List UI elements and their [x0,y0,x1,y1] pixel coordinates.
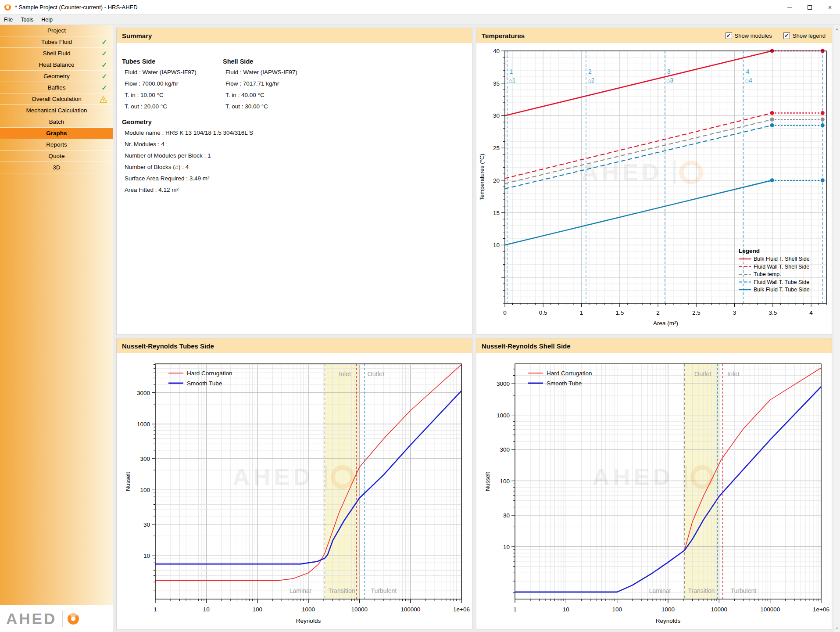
svg-text:20: 20 [493,177,500,184]
svg-text:10: 10 [563,606,569,613]
sidebar-item-tubes-fluid[interactable]: Tubes Fluid✓ [0,36,113,48]
sidebar-item-heat-balance[interactable]: Heat Balance✓ [0,59,113,71]
show-legend-checkbox[interactable]: ✓ Show legend [783,32,826,39]
sidebar-item-label: Geometry [43,73,69,79]
tubes-side-row: Fluid : Water (IAPWS-IF97) [122,67,223,78]
svg-text:15: 15 [493,210,500,216]
svg-text:!: ! [103,98,104,102]
svg-text:1: 1 [513,606,517,613]
svg-text:1e+06: 1e+06 [453,606,470,613]
svg-text:300: 300 [140,456,150,462]
shell-side-rows: Fluid : Water (IAPWS-IF97)Flow : 7017.71… [223,67,297,112]
minimize-icon [787,7,792,7]
svg-text:1: 1 [580,309,583,316]
svg-text:10: 10 [203,606,210,613]
svg-text:⌂2: ⌂2 [587,77,594,84]
warning-icon: ! [100,93,107,105]
main-content: Summary Tubes Side Fluid : Water (IAPWS-… [113,25,840,632]
svg-text:Laminar: Laminar [290,587,312,594]
svg-text:Smooth Tube: Smooth Tube [187,380,222,387]
sidebar-item-label: Tubes Fluid [41,39,72,45]
sidebar-item-label: Baffles [47,84,65,91]
close-icon: × [828,4,832,11]
svg-text:100: 100 [140,487,150,493]
svg-text:Outlet: Outlet [694,370,711,377]
nusselt-shell-panel: Nusselt-Reynolds Shell Side AHEDInletOut… [476,338,832,629]
check-icon: ✓ [101,71,107,82]
svg-text:Temperatures (°C): Temperatures (°C) [479,154,485,200]
sidebar-item-label: Overall Calculation [32,96,81,102]
geometry-row: Nr. Modules : 4 [122,139,472,150]
nusselt-shell-panel-header: Nusselt-Reynolds Shell Side [476,338,832,353]
svg-text:35: 35 [493,80,500,87]
svg-text:1: 1 [509,68,513,75]
sidebar-item-quote[interactable]: Quote [0,151,113,162]
svg-text:10000: 10000 [351,606,368,613]
maximize-button[interactable] [800,0,820,14]
minimize-button[interactable] [779,0,800,14]
sidebar-item-geometry[interactable]: Geometry✓ [0,71,113,82]
scroll-up-button[interactable]: ▲ [833,25,840,32]
svg-text:100: 100 [252,606,262,613]
svg-text:3000: 3000 [137,390,150,396]
sidebar-item-mechanical-calculation[interactable]: Mechanical Calculation [0,105,113,116]
svg-text:1000: 1000 [302,606,315,613]
sidebar-item-project[interactable]: Project [0,25,113,36]
menu-file[interactable]: File [0,17,17,23]
sidebar-item-reports[interactable]: Reports [0,139,113,151]
ahed-logo-text: AHED [6,610,57,628]
menu-tools[interactable]: Tools [17,17,37,23]
nusselt-tubes-chart: AHEDInletOutletLaminarTransitionTurbulen… [117,353,472,629]
shell-side-row: Flow : 7017.71 kg/hr [223,78,297,90]
svg-text:0.5: 0.5 [539,309,547,316]
svg-text:⌂4: ⌂4 [745,77,752,84]
sidebar-item-label: Batch [49,118,64,125]
nusselt-shell-title: Nusselt-Reynolds Shell Side [482,342,571,350]
sidebar-item-shell-fluid[interactable]: Shell Fluid✓ [0,48,113,59]
shell-side-row: T. out : 30.00 °C [223,101,297,112]
svg-text:30: 30 [493,112,500,119]
scroll-down-button[interactable]: ▼ [833,625,840,632]
close-button[interactable]: × [820,0,840,14]
svg-text:1.5: 1.5 [615,309,624,316]
tubes-side-row: Flow : 7000.00 kg/hr [122,78,223,90]
svg-text:Bulk Fluid T. Shell Side: Bulk Fluid T. Shell Side [754,256,810,262]
svg-text:⌂3: ⌂3 [666,77,673,84]
app-logo-icon [4,4,11,11]
nusselt-shell-chart: AHEDInletOutletLaminarTransitionTurbulen… [476,353,832,629]
sidebar-item-batch[interactable]: Batch [0,116,113,128]
summary-body: Tubes Side Fluid : Water (IAPWS-IF97)Flo… [117,43,472,196]
svg-text:Tube temp.: Tube temp. [754,271,781,277]
svg-text:Laminar: Laminar [649,587,672,594]
sidebar-item-label: Reports [46,141,67,148]
svg-text:3: 3 [667,68,671,75]
svg-text:Hard Corrugation: Hard Corrugation [187,370,232,377]
svg-text:Hard Corrugation: Hard Corrugation [547,370,592,377]
maximize-icon [808,5,812,10]
sidebar-item-3d[interactable]: 3D [0,162,113,173]
logo-box: AHED [0,605,113,632]
sidebar-item-graphs[interactable]: Graphs [0,128,113,139]
ahed-logo-ring-icon [68,613,79,625]
menu-help[interactable]: Help [37,17,57,23]
svg-text:30: 30 [143,521,150,528]
svg-text:100: 100 [612,606,622,613]
temperatures-panel: Temperatures ✓ Show modules ✓ Show legen… [476,28,832,335]
show-modules-label: Show modules [735,32,772,39]
svg-text:Turbulent: Turbulent [731,587,757,594]
geometry-row: Number of Blocks (⌂) : 4 [122,162,472,173]
vertical-scrollbar[interactable]: ▲ ▼ [833,25,840,632]
temperatures-title: Temperatures [482,32,525,40]
svg-text:Inlet: Inlet [339,370,351,377]
sidebar-item-baffles[interactable]: Baffles✓ [0,82,113,93]
shell-side-row: Fluid : Water (IAPWS-IF97) [223,67,297,78]
summary-panel-header: Summary [117,28,472,43]
app-window: * Sample Project (Counter-current) - HRS… [0,0,840,632]
svg-text:10: 10 [503,544,510,550]
svg-text:AHED: AHED [581,159,662,185]
shell-side-heading: Shell Side [223,58,297,65]
sidebar-item-overall-calculation[interactable]: Overall Calculation! [0,93,113,105]
show-modules-checkbox[interactable]: ✓ Show modules [726,32,772,39]
nusselt-tubes-panel: Nusselt-Reynolds Tubes Side AHEDInletOut… [116,338,472,629]
svg-text:Nusselt: Nusselt [484,472,491,491]
